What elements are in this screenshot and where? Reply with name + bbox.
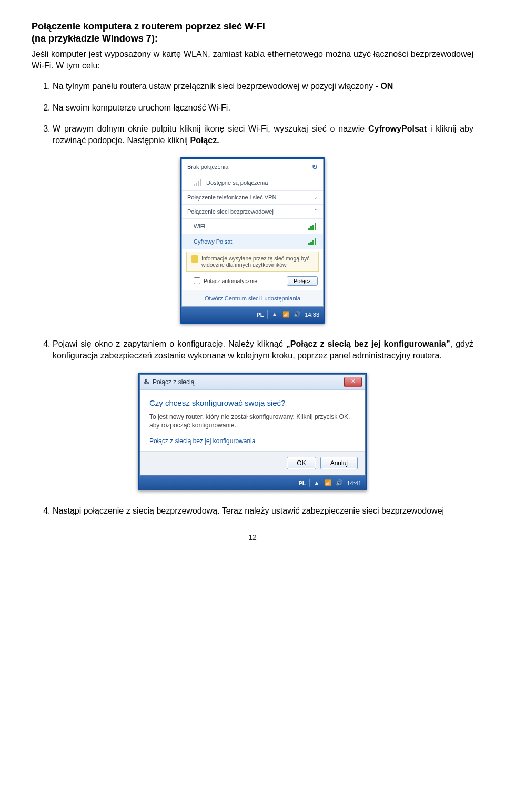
close-button[interactable]: ✕ — [344, 377, 362, 387]
step-5: Nastąpi połączenie z siecią bezprzewodow… — [53, 505, 473, 517]
wireless-section-label: Połączenie sieci bezprzewodowej — [187, 208, 310, 215]
dial-vpn-section: Połączenie telefoniczne i sieć VPN ⌄ — [182, 191, 323, 205]
network-icon: 🖧 — [143, 378, 149, 386]
wifi-flyout: Brak połączenia ↻ Dostępne są połączenia… — [180, 157, 325, 324]
wifi-label: WiFi — [194, 223, 305, 229]
chevron-down-icon[interactable]: ⌄ — [314, 194, 318, 200]
step-2: Na swoim komputerze uruchom łączność Wi-… — [53, 102, 473, 114]
auto-connect-label: Połącz automatycznie — [204, 278, 257, 284]
flag-icon[interactable]: ▲ — [314, 479, 321, 487]
cancel-button[interactable]: Anuluj — [320, 457, 358, 469]
config-dialog: 🖧 Połącz z siecią ✕ Czy chcesz skonfigur… — [139, 374, 366, 476]
intro-paragraph: Jeśli komputer jest wyposażony w kartę W… — [32, 48, 473, 71]
cyfrowy-polsat-label: Cyfrowy Polsat — [194, 238, 305, 245]
dialog-message: To jest nowy router, który nie został sk… — [149, 413, 356, 430]
dial-vpn-label: Połączenie telefoniczne i sieć VPN — [187, 194, 310, 201]
cyfrowy-polsat-row[interactable]: Cyfrowy Polsat — [182, 234, 323, 249]
signal-icon — [308, 223, 318, 230]
step-4: Pojawi się okno z zapytaniem o konfigura… — [53, 338, 473, 362]
available-label: Dostępne są połączenia — [206, 179, 318, 186]
section-heading: Połączenie komputera z routerem poprzez … — [32, 21, 473, 32]
taskbar: PL ▲ 📶 🔊 14:33 — [181, 307, 324, 322]
dialog-titlebar: 🖧 Połącz z siecią ✕ — [140, 375, 365, 390]
step-1: Na tylnym panelu routera ustaw przełączn… — [53, 81, 473, 92]
page-number: 12 — [32, 533, 473, 542]
no-connection-label: Brak połączenia — [187, 164, 309, 170]
steps-list: Na tylnym panelu routera ustaw przełączn… — [32, 81, 473, 147]
steps-list-end: Nastąpi połączenie z siecią bezprzewodow… — [32, 505, 473, 517]
warning-box: Informacje wysyłane przez tę sieć mogą b… — [186, 252, 319, 272]
taskbar-time[interactable]: 14:41 — [347, 480, 361, 486]
signal-icon — [308, 238, 318, 245]
language-indicator[interactable]: PL — [298, 480, 306, 486]
dialog-buttons: OK Anuluj — [140, 451, 365, 475]
section-subheading: (na przykładzie Windows 7): — [32, 33, 473, 44]
step-3-connect: Połącz. — [190, 136, 219, 145]
connect-row: Połącz automatycznie Połącz — [182, 274, 323, 290]
chevron-up-icon[interactable]: ⌃ — [314, 208, 318, 214]
step-1-text: Na tylnym panelu routera ustaw przełączn… — [53, 82, 380, 91]
open-network-center-link[interactable]: Otwórz Centrum sieci i udostępniania — [182, 290, 323, 306]
connect-without-config-link[interactable]: Połącz z siecią bez jej konfigurowania — [149, 437, 255, 445]
dialog-question: Czy chcesz skonfigurować swoją sieć? — [149, 398, 356, 407]
available-row: Dostępne są połączenia — [182, 175, 323, 191]
refresh-icon[interactable]: ↻ — [312, 163, 318, 171]
wifi-network-row[interactable]: WiFi — [182, 219, 323, 234]
auto-connect-checkbox[interactable] — [194, 277, 200, 284]
shield-icon — [191, 255, 198, 263]
language-indicator[interactable]: PL — [256, 312, 264, 318]
step-3: W prawym dolnym oknie pulpitu kliknij ik… — [53, 123, 473, 147]
warning-text: Informacje wysyłane przez tę sieć mogą b… — [201, 255, 314, 268]
volume-icon[interactable]: 🔊 — [336, 479, 343, 487]
network-icon[interactable]: 📶 — [325, 479, 332, 487]
signal-icon — [194, 179, 203, 186]
wireless-section: Połączenie sieci bezprzewodowej ⌃ — [182, 205, 323, 219]
connect-button[interactable]: Połącz — [287, 276, 318, 286]
steps-list-cont: Pojawi się okno z zapytaniem o konfigura… — [32, 338, 473, 362]
dialog-title: Połącz z siecią — [153, 378, 194, 386]
taskbar-time[interactable]: 14:33 — [305, 312, 319, 318]
step-1-on: ON — [380, 82, 393, 91]
ok-button[interactable]: OK — [287, 457, 316, 469]
flag-icon[interactable]: ▲ — [271, 311, 279, 318]
step-4-text-a: Pojawi się okno z zapytaniem o konfigura… — [53, 339, 286, 348]
network-icon[interactable]: 📶 — [282, 311, 290, 318]
step-3-text-a: W prawym dolnym oknie pulpitu kliknij ik… — [53, 124, 368, 133]
config-dialog-wrap: 🖧 Połącz z siecią ✕ Czy chcesz skonfigur… — [138, 373, 367, 491]
taskbar: PL ▲ 📶 🔊 14:41 — [139, 475, 366, 490]
volume-icon[interactable]: 🔊 — [294, 311, 301, 318]
step-3-network: CyfrowyPolsat — [368, 124, 427, 133]
no-connection-row: Brak połączenia ↻ — [182, 159, 323, 175]
step-4-bold: „Połącz z siecią bez jej konfigurowania” — [286, 339, 450, 348]
